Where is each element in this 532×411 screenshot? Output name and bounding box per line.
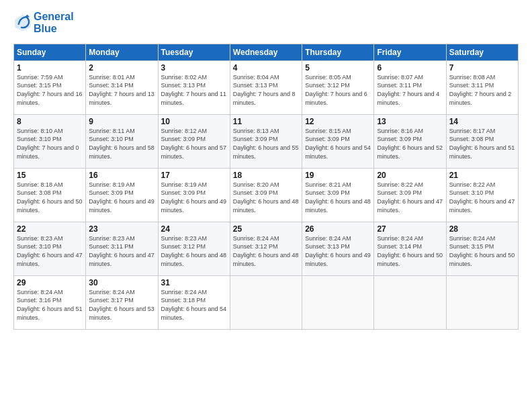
day-number: 13: [377, 117, 443, 126]
week-row-2: 8Sunrise: 8:10 AMSunset: 3:10 PMDaylight…: [14, 114, 519, 168]
day-number: 3: [161, 63, 227, 73]
day-number: 29: [17, 278, 83, 287]
page: General Blue Sunday Monday Tuesday Wedne…: [0, 0, 532, 411]
day-info: Sunrise: 8:15 AMSunset: 3:09 PMDaylight:…: [305, 127, 371, 161]
day-info: Sunrise: 8:13 AMSunset: 3:09 PMDaylight:…: [233, 127, 299, 161]
day-info: Sunrise: 8:12 AMSunset: 3:09 PMDaylight:…: [161, 127, 227, 161]
calendar-cell: 13Sunrise: 8:16 AMSunset: 3:09 PMDayligh…: [374, 114, 446, 168]
calendar-cell: 2Sunrise: 8:01 AMSunset: 3:14 PMDaylight…: [86, 60, 158, 114]
calendar-cell: [374, 275, 446, 329]
day-number: 28: [449, 224, 515, 234]
day-info: Sunrise: 8:11 AMSunset: 3:10 PMDaylight:…: [89, 127, 154, 161]
week-row-5: 29Sunrise: 8:24 AMSunset: 3:16 PMDayligh…: [14, 275, 519, 329]
header-monday: Monday: [86, 44, 158, 60]
calendar-cell: 3Sunrise: 8:02 AMSunset: 3:13 PMDaylight…: [158, 60, 230, 114]
day-number: 7: [449, 63, 515, 73]
calendar-cell: 28Sunrise: 8:24 AMSunset: 3:15 PMDayligh…: [446, 222, 518, 275]
calendar-cell: 27Sunrise: 8:24 AMSunset: 3:14 PMDayligh…: [374, 222, 446, 275]
day-info: Sunrise: 8:21 AMSunset: 3:09 PMDaylight:…: [305, 181, 371, 214]
logo-text: General Blue: [34, 11, 74, 36]
day-number: 8: [17, 117, 83, 126]
day-number: 31: [161, 278, 227, 287]
day-number: 1: [17, 63, 83, 73]
day-info: Sunrise: 8:24 AMSunset: 3:16 PMDaylight:…: [17, 288, 83, 322]
day-number: 19: [305, 171, 371, 180]
day-number: 5: [305, 63, 371, 73]
week-row-4: 22Sunrise: 8:23 AMSunset: 3:10 PMDayligh…: [14, 222, 519, 275]
calendar-cell: 8Sunrise: 8:10 AMSunset: 3:10 PMDaylight…: [14, 114, 86, 168]
calendar-cell: 31Sunrise: 8:24 AMSunset: 3:18 PMDayligh…: [158, 275, 230, 329]
day-info: Sunrise: 8:24 AMSunset: 3:17 PMDaylight:…: [89, 288, 154, 322]
calendar-cell: 19Sunrise: 8:21 AMSunset: 3:09 PMDayligh…: [302, 168, 374, 222]
day-info: Sunrise: 8:01 AMSunset: 3:14 PMDaylight:…: [89, 73, 154, 107]
week-row-1: 1Sunrise: 7:59 AMSunset: 3:15 PMDaylight…: [14, 60, 519, 114]
calendar-cell: 10Sunrise: 8:12 AMSunset: 3:09 PMDayligh…: [158, 114, 230, 168]
logo-icon: [13, 13, 32, 32]
calendar-cell: 4Sunrise: 8:04 AMSunset: 3:13 PMDaylight…: [230, 60, 302, 114]
day-info: Sunrise: 8:05 AMSunset: 3:12 PMDaylight:…: [305, 73, 371, 107]
day-number: 23: [89, 224, 154, 234]
day-info: Sunrise: 8:20 AMSunset: 3:09 PMDaylight:…: [233, 181, 299, 214]
header-friday: Friday: [374, 44, 446, 60]
day-number: 22: [17, 224, 83, 234]
calendar-cell: [302, 275, 374, 329]
calendar-cell: 16Sunrise: 8:19 AMSunset: 3:09 PMDayligh…: [86, 168, 158, 222]
header-thursday: Thursday: [302, 44, 374, 60]
day-info: Sunrise: 8:17 AMSunset: 3:08 PMDaylight:…: [449, 127, 515, 161]
day-info: Sunrise: 8:18 AMSunset: 3:08 PMDaylight:…: [17, 181, 83, 214]
calendar-cell: [230, 275, 302, 329]
day-number: 6: [377, 63, 443, 73]
day-info: Sunrise: 8:23 AMSunset: 3:10 PMDaylight:…: [17, 234, 83, 268]
calendar-cell: 6Sunrise: 8:07 AMSunset: 3:11 PMDaylight…: [374, 60, 446, 114]
calendar-cell: 22Sunrise: 8:23 AMSunset: 3:10 PMDayligh…: [14, 222, 86, 275]
day-info: Sunrise: 8:24 AMSunset: 3:12 PMDaylight:…: [233, 234, 299, 268]
calendar-cell: 14Sunrise: 8:17 AMSunset: 3:08 PMDayligh…: [446, 114, 518, 168]
day-info: Sunrise: 7:59 AMSunset: 3:15 PMDaylight:…: [17, 73, 83, 107]
week-row-3: 15Sunrise: 8:18 AMSunset: 3:08 PMDayligh…: [14, 168, 519, 222]
day-number: 18: [233, 171, 299, 180]
day-number: 21: [449, 171, 515, 180]
calendar-cell: 7Sunrise: 8:08 AMSunset: 3:11 PMDaylight…: [446, 60, 518, 114]
header-sunday: Sunday: [14, 44, 86, 60]
day-info: Sunrise: 8:24 AMSunset: 3:18 PMDaylight:…: [161, 288, 227, 322]
day-number: 24: [161, 224, 227, 234]
day-number: 9: [89, 117, 154, 126]
day-number: 2: [89, 63, 154, 73]
calendar-cell: 29Sunrise: 8:24 AMSunset: 3:16 PMDayligh…: [14, 275, 86, 329]
day-number: 15: [17, 171, 83, 180]
day-number: 25: [233, 224, 299, 234]
day-info: Sunrise: 8:23 AMSunset: 3:12 PMDaylight:…: [161, 234, 227, 268]
calendar-cell: 12Sunrise: 8:15 AMSunset: 3:09 PMDayligh…: [302, 114, 374, 168]
day-info: Sunrise: 8:07 AMSunset: 3:11 PMDaylight:…: [377, 73, 443, 107]
day-info: Sunrise: 8:16 AMSunset: 3:09 PMDaylight:…: [377, 127, 443, 161]
logo: General Blue: [13, 11, 74, 36]
calendar-cell: 26Sunrise: 8:24 AMSunset: 3:13 PMDayligh…: [302, 222, 374, 275]
day-number: 26: [305, 224, 371, 234]
calendar-cell: 11Sunrise: 8:13 AMSunset: 3:09 PMDayligh…: [230, 114, 302, 168]
day-info: Sunrise: 8:24 AMSunset: 3:15 PMDaylight:…: [449, 234, 515, 268]
day-info: Sunrise: 8:08 AMSunset: 3:11 PMDaylight:…: [449, 73, 515, 107]
day-number: 11: [233, 117, 299, 126]
day-number: 14: [449, 117, 515, 126]
day-number: 12: [305, 117, 371, 126]
calendar-cell: 15Sunrise: 8:18 AMSunset: 3:08 PMDayligh…: [14, 168, 86, 222]
calendar-cell: 5Sunrise: 8:05 AMSunset: 3:12 PMDaylight…: [302, 60, 374, 114]
calendar-cell: 1Sunrise: 7:59 AMSunset: 3:15 PMDaylight…: [14, 60, 86, 114]
day-info: Sunrise: 8:24 AMSunset: 3:14 PMDaylight:…: [377, 234, 443, 268]
day-number: 16: [89, 171, 154, 180]
header-saturday: Saturday: [446, 44, 518, 60]
day-info: Sunrise: 8:19 AMSunset: 3:09 PMDaylight:…: [161, 181, 227, 214]
header-wednesday: Wednesday: [230, 44, 302, 60]
day-info: Sunrise: 8:22 AMSunset: 3:09 PMDaylight:…: [377, 181, 443, 214]
calendar-cell: 9Sunrise: 8:11 AMSunset: 3:10 PMDaylight…: [86, 114, 158, 168]
day-number: 20: [377, 171, 443, 180]
weekday-header-row: Sunday Monday Tuesday Wednesday Thursday…: [14, 44, 519, 60]
day-info: Sunrise: 8:19 AMSunset: 3:09 PMDaylight:…: [89, 181, 154, 214]
calendar-cell: 24Sunrise: 8:23 AMSunset: 3:12 PMDayligh…: [158, 222, 230, 275]
day-number: 10: [161, 117, 227, 126]
header-tuesday: Tuesday: [158, 44, 230, 60]
day-number: 30: [89, 278, 154, 287]
day-info: Sunrise: 8:02 AMSunset: 3:13 PMDaylight:…: [161, 73, 227, 107]
calendar: Sunday Monday Tuesday Wednesday Thursday…: [13, 44, 519, 330]
day-info: Sunrise: 8:22 AMSunset: 3:10 PMDaylight:…: [449, 181, 515, 214]
